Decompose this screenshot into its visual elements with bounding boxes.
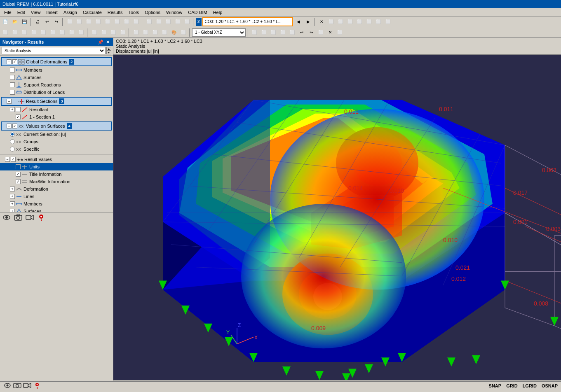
status-icon-video[interactable] — [23, 382, 31, 390]
radio-current-sel[interactable] — [10, 132, 15, 137]
status-osnap[interactable]: OSNAP — [542, 383, 558, 388]
radio-groups[interactable] — [10, 139, 15, 144]
checkbox-resultant[interactable] — [16, 107, 21, 112]
menu-edit[interactable]: Edit — [15, 9, 28, 16]
menu-assign[interactable]: Assign — [61, 9, 80, 16]
expand-lines[interactable]: + — [10, 194, 15, 199]
viewport-canvas[interactable]: 0.011 0.003 0.017 0.015 0.001 0.003 0.01… — [113, 55, 561, 380]
tb-b3[interactable]: ⬜ — [84, 17, 93, 26]
tree-item-units[interactable]: Units — [0, 163, 113, 170]
tb2-b2[interactable]: ⬜ — [99, 28, 108, 37]
tb2-d6[interactable]: ↩ — [297, 28, 306, 37]
checkbox-dist-loads[interactable] — [10, 90, 15, 95]
tb-b1[interactable]: ⬜ — [65, 17, 74, 26]
menu-results[interactable]: Results — [105, 9, 125, 16]
tree-item-members2[interactable]: + Members — [0, 200, 113, 208]
tree-item-values-surfaces[interactable]: − XX Values on Surfaces 4 — [2, 122, 111, 130]
checkbox-global-def[interactable] — [12, 59, 17, 64]
tb2-d2[interactable]: ⬜ — [259, 28, 268, 37]
menu-options[interactable]: Options — [142, 9, 163, 16]
nav-bottom-icon-video[interactable] — [26, 214, 34, 222]
tb-d2[interactable]: ⬜ — [326, 17, 336, 26]
tb-c1[interactable]: ⬜ — [145, 17, 154, 26]
tb-d7[interactable]: ⬜ — [374, 17, 383, 26]
tb-redo[interactable]: ↪ — [52, 17, 61, 26]
menu-calculate[interactable]: Calculate — [80, 9, 104, 16]
tree-item-section1[interactable]: 1 - Section 1 — [0, 113, 113, 121]
tb2-d10[interactable]: ⬜ — [335, 28, 344, 37]
nav-close-btn[interactable]: ✕ — [105, 40, 110, 45]
expand-resultant[interactable]: + — [10, 107, 15, 112]
expand-members2[interactable]: + — [10, 201, 15, 206]
tb2-c4[interactable]: ⬜ — [160, 28, 169, 37]
tb-c3[interactable]: ⬜ — [164, 17, 173, 26]
tree-item-maxmin[interactable]: Max/Min Information — [0, 178, 113, 185]
status-snap[interactable]: SNAP — [489, 383, 502, 388]
expand-global-def[interactable]: − — [7, 59, 12, 64]
tb2-c2[interactable]: ⬜ — [141, 28, 150, 37]
menu-window[interactable]: Window — [164, 9, 185, 16]
tb2-c5[interactable]: 🎨 — [169, 28, 178, 37]
tb-b5[interactable]: ⬜ — [103, 17, 112, 26]
nav-pin-btn[interactable]: 📌 — [97, 40, 104, 45]
tb-d5[interactable]: ⬜ — [355, 17, 364, 26]
tree-item-resultant[interactable]: + Resultant — [0, 106, 113, 113]
co-formula-combo[interactable]: CO3: 1.20 * LC1 + 1.60 * LC2 + 1.60 * L.… — [202, 17, 293, 26]
tree-item-lines[interactable]: + Lines — [0, 193, 113, 200]
tree-item-deformation[interactable]: + Deformation — [0, 185, 113, 193]
tb2-a7[interactable]: ⬜ — [58, 28, 67, 37]
tb2-d4[interactable]: ⬜ — [278, 28, 287, 37]
nav-arrow-down[interactable]: ▼ — [106, 51, 111, 54]
checkbox-surfaces[interactable] — [10, 75, 15, 80]
tb-b6[interactable]: ⬜ — [113, 17, 122, 26]
tb-c2[interactable]: ⬜ — [154, 17, 163, 26]
tb-b2[interactable]: ⬜ — [75, 17, 84, 26]
nav-analysis-type-select[interactable]: Static Analysis — [2, 47, 106, 54]
expand-result-values[interactable]: − — [5, 157, 10, 162]
tree-item-global-def[interactable]: − Global Deformations 2 — [2, 58, 111, 65]
tb2-a5[interactable]: ⬜ — [39, 28, 48, 37]
tb2-b4[interactable]: ⬜ — [118, 28, 127, 37]
tree-item-result-sections[interactable]: − Result Sections 3 — [2, 98, 111, 105]
tree-item-current-sel[interactable]: XX Current Selection: |u| — [0, 131, 113, 138]
tb2-d1[interactable]: ⬜ — [250, 28, 259, 37]
tb-b8[interactable]: ⬜ — [131, 17, 141, 26]
tb2-a4[interactable]: ⬜ — [29, 28, 38, 37]
checkbox-members[interactable] — [10, 68, 15, 72]
tree-item-specific[interactable]: XX Specific — [0, 145, 113, 153]
tree-item-surfaces[interactable]: Surfaces — [0, 74, 113, 81]
checkbox-section1[interactable] — [16, 114, 21, 119]
tb2-d3[interactable]: ⬜ — [269, 28, 278, 37]
tb2-a6[interactable]: ⬜ — [48, 28, 57, 37]
tb2-b1[interactable]: ⬜ — [90, 28, 99, 37]
expand-deformation[interactable]: + — [10, 187, 15, 191]
tb-c4[interactable]: ⬜ — [173, 17, 182, 26]
tb-save[interactable]: 💾 — [20, 17, 29, 26]
expand-values-surfaces[interactable]: − — [7, 124, 12, 128]
tb-d4[interactable]: ⬜ — [345, 17, 354, 26]
expand-result-sections[interactable]: − — [7, 99, 12, 104]
menu-cadbim[interactable]: CAD-BIM — [185, 9, 209, 16]
tb2-b3[interactable]: ⬜ — [109, 28, 118, 37]
tb-nav-prev[interactable]: ◀ — [294, 17, 303, 26]
tree-item-result-values[interactable]: − ★★ Result Values — [0, 156, 113, 163]
radio-specific[interactable] — [10, 147, 15, 152]
tb-open[interactable]: 📂 — [10, 17, 19, 26]
nav-arrow-up[interactable]: ▲ — [106, 47, 111, 51]
checkbox-maxmin[interactable] — [16, 179, 21, 184]
menu-insert[interactable]: Insert — [44, 9, 60, 16]
tree-item-members[interactable]: Members — [0, 66, 113, 74]
tb2-a9[interactable]: ⬜ — [77, 28, 86, 37]
nav-bottom-icon-eye[interactable] — [2, 214, 11, 222]
status-icon-pin[interactable] — [33, 382, 41, 390]
tb-b7[interactable]: ⬜ — [122, 17, 131, 26]
tb2-c3[interactable]: ⬜ — [150, 28, 160, 37]
tb-new[interactable]: 📄 — [1, 17, 10, 26]
tb2-d9[interactable]: ✕ — [326, 28, 335, 37]
tb-d1[interactable]: ✕ — [317, 17, 326, 26]
tb2-c6[interactable]: ⬜ — [179, 28, 188, 37]
status-icon-camera[interactable] — [13, 382, 21, 390]
tb-d3[interactable]: ⬜ — [336, 17, 345, 26]
tb2-d8[interactable]: ⬜ — [316, 28, 325, 37]
status-lgrid[interactable]: LGRID — [523, 383, 537, 388]
